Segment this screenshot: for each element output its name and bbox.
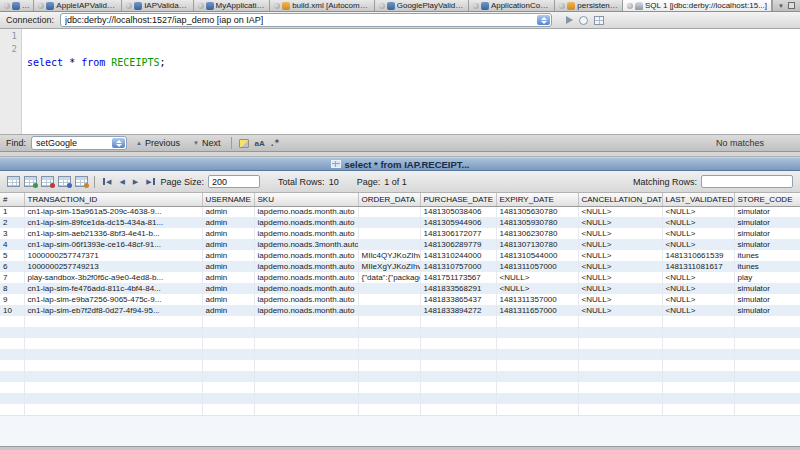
tab-close-icon[interactable]	[473, 3, 479, 9]
table-cell[interactable]: iapdemo.noads.month.auto	[254, 294, 358, 305]
table-cell[interactable]: MIIeXgYJKoZIhvcNAQc...	[358, 261, 420, 272]
regex-icon[interactable]: .*	[270, 139, 280, 148]
truncate-table-icon[interactable]	[75, 176, 88, 187]
table-cell[interactable]: <NULL>	[578, 283, 662, 294]
table-row[interactable]: 61000000257749213adminiapdemo.noads.mont…	[0, 261, 800, 272]
table-cell[interactable]: admin	[202, 294, 254, 305]
previous-page-button[interactable]: ◀	[117, 178, 126, 185]
table-cell[interactable]: itunes	[734, 250, 800, 261]
table-cell[interactable]: <NULL>	[496, 283, 578, 294]
table-cell[interactable]: 8	[0, 283, 24, 294]
table-cell[interactable]: 1481305930780	[496, 217, 578, 228]
column-header-sku[interactable]: SKU	[254, 193, 358, 206]
table-cell[interactable]: iapdemo.noads.month.auto	[254, 283, 358, 294]
table-cell[interactable]	[358, 228, 420, 239]
table-cell[interactable]: <NULL>	[578, 250, 662, 261]
editor-tab[interactable]: ..tor	[0, 0, 34, 11]
tab-close-icon[interactable]	[379, 3, 385, 9]
table-cell[interactable]: 5	[0, 250, 24, 261]
dropdown-icon[interactable]	[112, 138, 125, 148]
table-row[interactable]: 8cn1-iap-sim-fe476add-811c-4bf4-84...adm…	[0, 283, 800, 294]
tab-close-icon[interactable]	[274, 3, 280, 9]
table-cell[interactable]: <NULL>	[662, 239, 734, 250]
table-cell[interactable]: iapdemo.noads.month.auto	[254, 261, 358, 272]
column-header-transaction-id[interactable]: TRANSACTION_ID	[24, 193, 202, 206]
match-case-icon[interactable]: aA	[254, 139, 264, 148]
table-cell[interactable]: admin	[202, 283, 254, 294]
table-row[interactable]: 1cn1-iap-sim-15a961a5-209c-4638-9...admi…	[0, 206, 800, 217]
column-header-cancellation-date[interactable]: CANCELLATION_DATE	[578, 193, 662, 206]
commit-changes-icon[interactable]	[58, 176, 71, 187]
table-cell[interactable]: 3	[0, 228, 24, 239]
table-cell[interactable]: 1481310544000	[496, 250, 578, 261]
table-row[interactable]: 51000000257747371adminiapdemo.noads.mont…	[0, 250, 800, 261]
table-cell[interactable]	[358, 217, 420, 228]
tab-close-icon[interactable]	[126, 3, 132, 9]
table-cell[interactable]: admin	[202, 272, 254, 283]
editor-tab[interactable]: persistence.xml	[555, 0, 623, 11]
table-cell[interactable]: admin	[202, 206, 254, 217]
table-cell[interactable]: 1000000257749213	[24, 261, 202, 272]
column-header-username[interactable]: USERNAME	[202, 193, 254, 206]
table-cell[interactable]: iapdemo.noads.month.auto	[254, 305, 358, 316]
table-cell[interactable]: simulator	[734, 228, 800, 239]
sql-history-icon[interactable]	[579, 16, 588, 25]
table-cell[interactable]: iapdemo.noads.month.auto	[254, 272, 358, 283]
table-cell[interactable]: 1481833865437	[420, 294, 496, 305]
find-previous-button[interactable]: ▲ Previous	[132, 138, 184, 148]
table-cell[interactable]: cn1-iap-sim-eb7f2df8-0d27-4f94-95...	[24, 305, 202, 316]
table-cell[interactable]: <NULL>	[578, 261, 662, 272]
table-cell[interactable]: 2	[0, 217, 24, 228]
tab-close-icon[interactable]	[198, 3, 204, 9]
table-cell[interactable]: 6	[0, 261, 24, 272]
table-cell[interactable]: iapdemo.noads.month.auto	[254, 250, 358, 261]
table-cell[interactable]: simulator	[734, 305, 800, 316]
table-cell[interactable]: 1481306289779	[420, 239, 496, 250]
table-cell[interactable]: admin	[202, 250, 254, 261]
table-cell[interactable]: <NULL>	[662, 283, 734, 294]
add-record-icon[interactable]	[24, 176, 37, 187]
table-cell[interactable]: iapdemo.noads.month.auto	[254, 217, 358, 228]
table-cell[interactable]: simulator	[734, 283, 800, 294]
tab-list-icon[interactable]: ▼	[778, 3, 784, 9]
table-cell[interactable]: simulator	[734, 239, 800, 250]
table-cell[interactable]: 4	[0, 239, 24, 250]
table-row[interactable]: 3cn1-iap-sim-aeb21336-8bf3-4e41-b...admi…	[0, 228, 800, 239]
find-next-button[interactable]: ▼ Next	[189, 138, 224, 148]
table-cell[interactable]: <NULL>	[662, 217, 734, 228]
table-cell[interactable]	[358, 305, 420, 316]
table-cell[interactable]: 10	[0, 305, 24, 316]
table-row[interactable]: 10cn1-iap-sim-eb7f2df8-0d27-4f94-95...ad…	[0, 305, 800, 316]
next-page-button[interactable]: ▶	[131, 178, 140, 185]
table-cell[interactable]: 1481833894272	[420, 305, 496, 316]
editor-tab[interactable]: build.xml [AutocompleteText]	[270, 0, 375, 11]
table-cell[interactable]	[358, 239, 420, 250]
insert-record-icon[interactable]	[7, 176, 20, 187]
result-window-titlebar[interactable]: select * from IAP.RECEIPT...	[0, 157, 800, 171]
table-cell[interactable]: iapdemo.noads.3month.auto	[254, 239, 358, 250]
last-page-button[interactable]: ▶	[144, 178, 156, 185]
tab-close-icon[interactable]	[559, 3, 565, 9]
table-cell[interactable]: itunes	[734, 261, 800, 272]
connection-select[interactable]: jdbc:derby://localhost:1527/iap_demo [ia…	[60, 13, 552, 27]
editor-tab[interactable]: AppleIAPValidator.java	[34, 0, 122, 11]
table-cell[interactable]: {"data":{"packageNam...	[358, 272, 420, 283]
table-cell[interactable]: 1481310244000	[420, 250, 496, 261]
table-cell[interactable]: cn1-iap-sim-fe476add-811c-4bf4-84...	[24, 283, 202, 294]
table-cell[interactable]: <NULL>	[578, 305, 662, 316]
editor-tab[interactable]: GooglePlayValidator.java	[375, 0, 469, 11]
table-cell[interactable]: play-sandbox-3b2f0f6c-a9e0-4ed8-b...	[24, 272, 202, 283]
table-row[interactable]: 2cn1-iap-sim-89fce1da-dc15-434a-81...adm…	[0, 217, 800, 228]
table-cell[interactable]: 1481311057000	[496, 261, 578, 272]
table-cell[interactable]: cn1-iap-sim-89fce1da-dc15-434a-81...	[24, 217, 202, 228]
table-cell[interactable]: 1481305038406	[420, 206, 496, 217]
tab-close-icon[interactable]	[4, 3, 10, 9]
table-cell[interactable]: <NULL>	[578, 294, 662, 305]
table-cell[interactable]: <NULL>	[578, 206, 662, 217]
table-cell[interactable]: cn1-iap-sim-e9ba7256-9065-475c-9...	[24, 294, 202, 305]
table-cell[interactable]: cn1-iap-sim-aeb21336-8bf3-4e41-b...	[24, 228, 202, 239]
table-cell[interactable]: <NULL>	[662, 305, 734, 316]
table-row[interactable]: 9cn1-iap-sim-e9ba7256-9065-475c-9...admi…	[0, 294, 800, 305]
table-cell[interactable]: admin	[202, 239, 254, 250]
table-cell[interactable]: 1	[0, 206, 24, 217]
